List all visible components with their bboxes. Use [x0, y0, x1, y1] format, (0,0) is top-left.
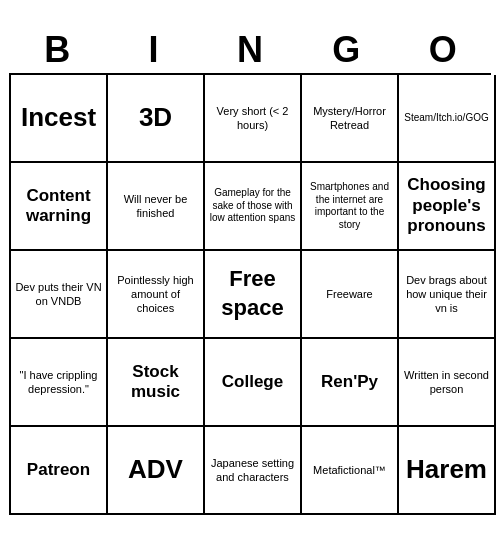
bingo-cell-4: Steam/Itch.io/GOG: [399, 75, 496, 163]
bingo-cell-1: 3D: [108, 75, 205, 163]
bingo-cell-22: Japanese setting and characters: [205, 427, 302, 515]
bingo-cell-17: College: [205, 339, 302, 427]
bingo-cell-3: Mystery/Horror Retread: [302, 75, 399, 163]
bingo-cell-15: "I have crippling depression.": [11, 339, 108, 427]
header-g: G: [302, 29, 390, 71]
header-n: N: [206, 29, 294, 71]
bingo-cell-6: Will never be finished: [108, 163, 205, 251]
bingo-cell-18: Ren'Py: [302, 339, 399, 427]
bingo-cell-20: Patreon: [11, 427, 108, 515]
header-o: O: [399, 29, 487, 71]
bingo-cell-5: Content warning: [11, 163, 108, 251]
bingo-cell-12: Free space: [205, 251, 302, 339]
bingo-cell-21: ADV: [108, 427, 205, 515]
bingo-cell-23: Metafictional™: [302, 427, 399, 515]
bingo-grid: Incest3DVery short (< 2 hours)Mystery/Ho…: [9, 73, 491, 515]
bingo-cell-10: Dev puts their VN on VNDB: [11, 251, 108, 339]
bingo-cell-14: Dev brags about how unique their vn is: [399, 251, 496, 339]
bingo-card: B I N G O Incest3DVery short (< 2 hours)…: [5, 25, 495, 519]
bingo-cell-7: Gameplay for the sake of those with low …: [205, 163, 302, 251]
header-i: I: [110, 29, 198, 71]
header-b: B: [13, 29, 101, 71]
bingo-cell-0: Incest: [11, 75, 108, 163]
bingo-cell-9: Choosing people's pronouns: [399, 163, 496, 251]
bingo-header: B I N G O: [9, 29, 491, 71]
bingo-cell-19: Written in second person: [399, 339, 496, 427]
bingo-cell-11: Pointlessly high amount of choices: [108, 251, 205, 339]
bingo-cell-13: Freeware: [302, 251, 399, 339]
bingo-cell-8: Smartphones and the internet are importa…: [302, 163, 399, 251]
bingo-cell-24: Harem: [399, 427, 496, 515]
bingo-cell-2: Very short (< 2 hours): [205, 75, 302, 163]
bingo-cell-16: Stock music: [108, 339, 205, 427]
